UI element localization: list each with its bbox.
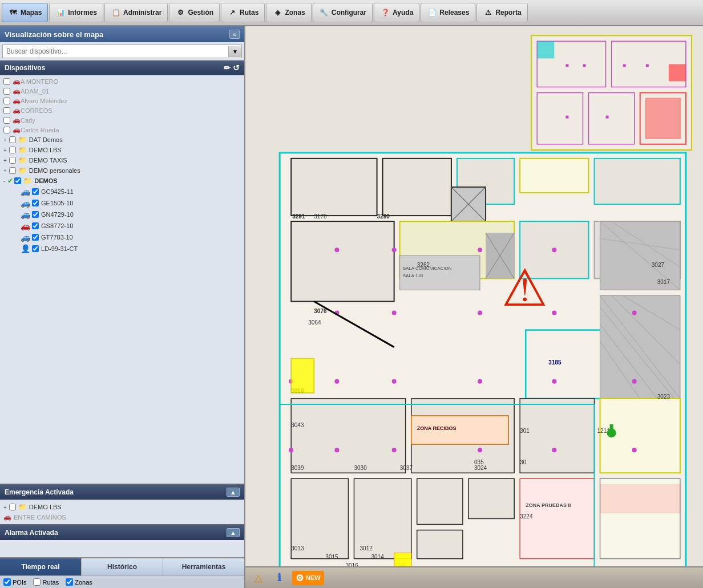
list-item-demos[interactable]: - ✔ 📁 DEMOS [0,176,244,186]
pois-checkbox[interactable] [3,578,11,586]
device-icon: 🚗 [13,78,21,85]
device-checkbox[interactable] [3,98,10,104]
refresh-icon[interactable]: ↺ [233,63,240,72]
svg-rect-9 [646,99,680,139]
alarm-section: Alarma Activada ▲ [0,524,244,557]
tab-herramientas[interactable]: Herramientas [163,558,244,575]
device-checkbox[interactable] [3,127,10,133]
svg-rect-7 [537,41,554,58]
device-checkbox[interactable] [3,78,10,85]
list-item[interactable]: 🚙 GT7783-10 [0,232,244,243]
expand-icon[interactable]: + [3,147,7,153]
device-checkbox[interactable] [9,147,16,153]
device-checkbox[interactable] [3,107,10,114]
device-checkbox[interactable] [9,167,16,174]
list-item[interactable]: 🚙 GN4729-10 [0,209,244,220]
device-checkbox[interactable] [9,157,16,164]
svg-text:3037: 3037 [400,465,413,471]
list-item[interactable]: 🚗 Cady [0,115,244,125]
nav-releases[interactable]: 📄 Releases [421,3,475,22]
svg-point-89 [478,248,482,252]
nav-reporta[interactable]: ⚠ Reporta [476,3,527,22]
device-checkbox[interactable] [3,88,10,95]
search-dropdown-arrow[interactable]: ▼ [228,46,241,57]
nav-rutas[interactable]: ↗ Rutas [221,3,265,22]
svg-point-103 [632,311,637,315]
zonas-checkbox[interactable] [66,578,73,586]
expand-icon[interactable]: - [3,178,5,184]
check-rutas[interactable]: Rutas [33,578,59,586]
expand-icon[interactable]: + [3,157,7,164]
new-badge[interactable]: ⚙ NEW [292,571,324,585]
nav-gestion[interactable]: ⚙ Gestión [169,3,220,22]
list-item[interactable]: + 📁 DEMO LBS [0,502,244,512]
svg-rect-15 [606,116,609,119]
search-input[interactable] [3,45,228,58]
device-checkbox[interactable] [32,200,39,206]
nav-zonas[interactable]: ◈ Zonas [266,3,311,22]
svg-rect-8 [669,64,686,81]
device-checkbox[interactable] [9,504,16,510]
svg-text:3030: 3030 [354,465,367,471]
list-item[interactable]: 🚗 Carlos Rueda [0,125,244,135]
device-checkbox[interactable] [32,211,39,218]
device-checkbox[interactable] [9,136,16,143]
expand-icon[interactable]: + [3,137,7,143]
nav-mapas[interactable]: 🗺 Mapas [2,3,48,22]
left-panel: Visualización sobre el mapa « ▼ Disposit… [0,26,245,588]
triangle-status-icon[interactable]: △ [251,570,266,585]
svg-rect-50 [291,399,406,473]
expand-icon[interactable]: + [3,168,7,174]
list-item[interactable]: 🚗 CORREOS [0,106,244,115]
alarm-collapse-button[interactable]: ▲ [227,528,240,537]
svg-text:ZONA RECIBOS: ZONA RECIBOS [417,425,456,431]
device-checkbox[interactable] [14,177,21,184]
list-item[interactable]: 🚗 Alvaro Meléndez [0,96,244,106]
nav-ayuda[interactable]: ❓ Ayuda [374,3,419,22]
device-checkbox[interactable] [3,117,10,124]
list-item[interactable]: 🚗 GS8772-10 [0,220,244,232]
list-item[interactable]: 🚙 GE1505-10 [0,197,244,209]
list-item[interactable]: 🚗 ENTRE CAMINOS [0,512,244,522]
device-name: ENTRE CAMINOS [14,514,66,521]
emergency-section: Emergencia Activada ▲ + 📁 DEMO LBS 🚗 ENT… [0,484,244,524]
device-checkbox[interactable] [32,245,39,252]
list-item[interactable]: + 📁 DAT Demos [0,135,244,145]
list-item[interactable]: + 📁 DEMO LBS [0,145,244,155]
list-item[interactable]: 🚙 GC9425-11 [0,186,244,197]
list-item[interactable]: + 📁 DEMO personales [0,165,244,176]
list-item[interactable]: 🚗 ADAM_01 [0,86,244,96]
svg-text:3178: 3178 [314,213,327,220]
map-area[interactable]: SALA COMUNICACION SALA 1 III 3185 [245,26,703,588]
nav-informes[interactable]: 📊 Informes [49,3,103,22]
device-checkbox[interactable] [32,188,39,195]
collapse-panel-button[interactable]: « [229,30,240,39]
tab-tiempo-real[interactable]: Tiempo real [0,558,82,575]
svg-point-92 [392,311,397,315]
info-status-icon[interactable]: ℹ [272,570,286,585]
rutas-checkbox[interactable] [33,578,41,586]
nav-administrar[interactable]: 📋 Administrar [104,3,168,22]
device-name: GS8772-10 [41,222,73,229]
device-icon: 🚗 [13,107,21,114]
check-zonas[interactable]: Zonas [66,578,92,586]
svg-rect-14 [565,116,568,119]
device-checkbox[interactable] [32,222,39,229]
device-name: GN4729-10 [41,211,74,218]
tab-historico[interactable]: Histórico [82,558,163,575]
svg-text:3064: 3064 [308,319,321,326]
nav-configurar[interactable]: 🔧 Configurar [313,3,373,22]
device-name: CORREOS [21,107,52,114]
list-item[interactable]: 🚗 A MONTERO [0,76,244,86]
check-pois[interactable]: POIs [3,578,26,586]
svg-rect-58 [468,478,514,518]
folder-icon: 📁 [18,167,27,175]
expand-icon[interactable]: + [3,504,7,510]
list-item-demo-taxis[interactable]: + 📁 DEMO TAXIS [0,155,244,165]
device-checkbox[interactable] [32,234,39,241]
vehicle-icon: 🚙 [21,187,30,196]
list-item[interactable]: 👤 LD-99-31-CT [0,243,244,254]
emergency-collapse-button[interactable]: ▲ [227,488,240,497]
edit-icon[interactable]: ✏ [224,63,231,72]
vehicle-icon: 👤 [21,244,30,253]
